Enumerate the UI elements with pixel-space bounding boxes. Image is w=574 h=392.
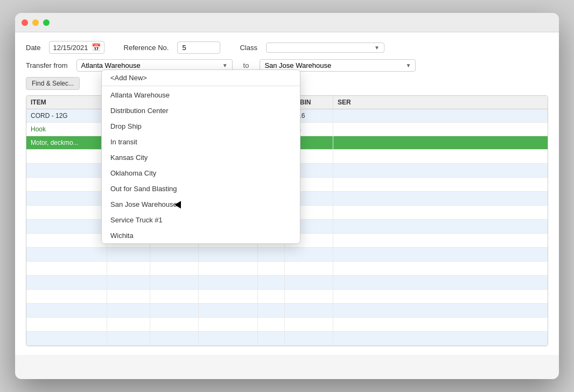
item-cell: Hook [26, 123, 107, 136]
ref-label: Reference No. [124, 44, 169, 52]
transfer-from-dropdown[interactable]: <Add New> Atlanta Warehouse Distribution… [101, 69, 300, 244]
dropdown-item-oklahomacity[interactable]: Oklahoma City [102, 165, 300, 181]
main-window: Date 12/15/2021 📅 Reference No. Class ▼ … [15, 13, 559, 379]
top-form-row: Date 12/15/2021 📅 Reference No. Class ▼ [26, 41, 548, 54]
dropdown-item-servicetruck[interactable]: Service Truck #1 [102, 212, 300, 228]
dropdown-item-add-new[interactable]: <Add New> [102, 70, 300, 86]
dropdown-item-distribution[interactable]: Distribution Center [102, 103, 300, 118]
col-serial-header: SER [333, 96, 360, 109]
dropdown-item-wichita[interactable]: Wichita [102, 228, 300, 243]
ref-input[interactable] [177, 41, 220, 54]
transfer-to-arrow: ▼ [405, 62, 411, 68]
dropdown-item-intransit[interactable]: In transit [102, 134, 300, 150]
item-cell: Motor, deckmo... [26, 136, 107, 149]
class-select[interactable]: ▼ [266, 43, 384, 53]
table-row-empty [26, 318, 548, 332]
serial-cell [333, 136, 360, 149]
table-row-empty [26, 276, 548, 290]
date-input[interactable]: 12/15/2021 📅 [49, 41, 104, 54]
transfer-to-value: San Jose Warehouse [264, 61, 331, 69]
to-label: to [243, 61, 249, 69]
col-item-header: ITEM [26, 96, 107, 109]
serial-cell [333, 109, 360, 122]
find-select-button[interactable]: Find & Selec... [26, 77, 80, 90]
dropdown-item-dropship[interactable]: Drop Ship [102, 118, 300, 134]
minimize-button[interactable] [32, 19, 39, 26]
dropdown-item-atlanta[interactable]: Atlanta Warehouse [102, 87, 300, 103]
transfer-from-value: Atlanta Warehouse [81, 61, 141, 69]
maximize-button[interactable] [43, 19, 50, 26]
table-row-empty [26, 248, 548, 262]
table-row-empty [26, 304, 548, 318]
titlebar [15, 13, 559, 32]
class-dropdown-arrow: ▼ [374, 45, 380, 51]
transfer-from-label: Transfer from [26, 61, 68, 69]
date-label: Date [26, 44, 40, 52]
dropdown-item-sanjose[interactable]: San Jose Warehouse [102, 197, 300, 212]
calendar-icon[interactable]: 📅 [92, 43, 101, 52]
item-cell: CORD - 12G [26, 109, 107, 122]
transfer-from-arrow: ▼ [222, 62, 228, 68]
date-value: 12/15/2021 [53, 44, 88, 52]
table-row-empty [26, 332, 548, 346]
serial-cell [333, 123, 360, 136]
dropdown-item-kansascity[interactable]: Kansas City [102, 150, 300, 165]
table-row-empty [26, 262, 548, 276]
dropdown-item-outsandblasting[interactable]: Out for Sand Blasting [102, 181, 300, 197]
class-label: Class [240, 44, 257, 52]
close-button[interactable] [22, 19, 28, 26]
table-row-empty [26, 290, 548, 304]
